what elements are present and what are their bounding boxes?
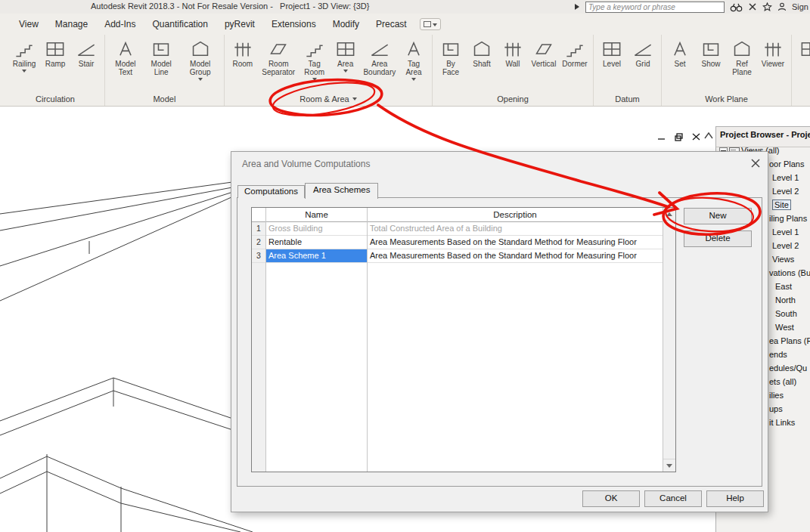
button-viewer[interactable]: Viewer: [758, 38, 788, 68]
tab-manage[interactable]: Manage: [47, 15, 96, 33]
window-title: Autodesk Revit 2018.3 - Not For Resale V…: [91, 2, 369, 11]
button-label: Model Line: [145, 60, 178, 76]
description-cell[interactable]: Area Measurements Based on the Standard …: [368, 249, 663, 263]
exchange-apps-icon[interactable]: [748, 2, 757, 11]
group-label-work-plane: Work Plane: [662, 91, 791, 106]
tab-quantification[interactable]: Quantification: [144, 15, 216, 33]
tab-precast[interactable]: Precast: [368, 15, 415, 33]
area-boundary-icon: [368, 39, 391, 59]
button-ref-plane[interactable]: Ref Plane: [727, 38, 757, 76]
ribbon: RailingRampStairCirculationModel TextMod…: [0, 35, 810, 107]
tab-pyrevit[interactable]: pyRevit: [216, 15, 263, 33]
button-room[interactable]: Room: [228, 38, 258, 68]
name-cell[interactable]: Area Scheme 1: [266, 249, 367, 263]
model-group-icon: [189, 39, 212, 59]
button-ramp[interactable]: Ramp: [40, 38, 70, 68]
group-label-circulation: Circulation: [6, 91, 104, 106]
button-level[interactable]: Level: [597, 38, 627, 68]
name-cell[interactable]: Rentable: [266, 236, 367, 249]
star-icon[interactable]: [762, 2, 772, 11]
chevron-right-icon[interactable]: [574, 3, 580, 11]
search-input[interactable]: [585, 2, 725, 13]
button-label: Vertical: [532, 60, 557, 68]
button-room-separator[interactable]: Room Separator: [259, 38, 299, 76]
close-view-icon[interactable]: [691, 132, 701, 141]
ribbon-group-work-plane: SetShowRef PlaneViewerWork Plane: [662, 35, 792, 106]
button-grid[interactable]: Grid: [628, 38, 658, 68]
button-label: Show: [701, 60, 720, 68]
tab-area-schemes[interactable]: Area Schemes: [305, 183, 378, 199]
name-cell[interactable]: Gross Building: [266, 222, 367, 236]
new-button[interactable]: New: [684, 208, 752, 224]
button-tag-room[interactable]: Tag Room: [299, 38, 330, 83]
button-area-boundary[interactable]: Area Boundary: [362, 38, 398, 76]
tab-extensions[interactable]: Extensions: [263, 15, 324, 33]
button-set[interactable]: Set: [665, 38, 695, 68]
person-icon[interactable]: [777, 2, 787, 11]
ref-plane-icon: [731, 39, 753, 59]
button-label: Room Separator: [260, 60, 297, 76]
dropdown-caret-icon: [198, 78, 203, 83]
button-vertical[interactable]: Vertical: [529, 38, 559, 68]
cancel-button[interactable]: Cancel: [644, 490, 702, 507]
button-tag-area[interactable]: Tag Area: [399, 38, 429, 83]
row-header-cell[interactable]: 1: [252, 222, 265, 236]
row-header-cell[interactable]: 2: [252, 236, 265, 249]
tab-modify[interactable]: Modify: [324, 15, 368, 33]
vertical-icon: [532, 39, 555, 59]
delete-button[interactable]: Delete: [684, 230, 752, 247]
ribbon-tab-row: ViewManageAdd-InsQuantificationpyRevitEx…: [0, 14, 810, 35]
panel-icon: [424, 21, 431, 27]
group-label-room-area[interactable]: Room & Area: [225, 91, 432, 106]
description-cell[interactable]: Total Constructed Area of a Building: [368, 222, 663, 236]
tree-item-label: ilies: [769, 391, 784, 400]
sign-in-label[interactable]: Sign: [792, 2, 808, 11]
scrollbar-up-arrow[interactable]: [703, 131, 715, 141]
panel-dropdown-icon: [352, 97, 357, 103]
button-by-face[interactable]: By Face: [436, 38, 466, 76]
group-label-text: Room & Area: [299, 94, 349, 104]
tree-item-label: ups: [769, 404, 783, 413]
room-separator-icon: [267, 39, 290, 59]
tab-add-ins[interactable]: Add-Ins: [96, 15, 144, 33]
partial-button[interactable]: [795, 38, 810, 59]
button-label: Viewer: [762, 60, 784, 68]
button-dormer[interactable]: Dormer: [560, 38, 590, 68]
minimize-icon[interactable]: [656, 132, 666, 141]
button-show[interactable]: Show: [696, 38, 726, 68]
shaft-icon: [470, 39, 493, 59]
button-railing[interactable]: Railing: [9, 38, 39, 75]
tree-item-label: Level 1: [772, 227, 799, 237]
button-model-group[interactable]: Model Group: [180, 38, 221, 83]
dialog-close-icon[interactable]: [750, 158, 761, 169]
button-stair[interactable]: Stair: [71, 38, 101, 68]
button-wall[interactable]: Wall: [498, 38, 528, 68]
scroll-down-icon[interactable]: [663, 459, 675, 472]
tab-computations[interactable]: Computations: [237, 185, 305, 198]
ribbon-display-toggle[interactable]: [420, 18, 441, 30]
tree-item-label: Site: [772, 200, 791, 210]
button-label: Tag Room: [301, 60, 328, 76]
ok-button[interactable]: OK: [582, 490, 640, 507]
description-cell[interactable]: Area Measurements Based on the Standard …: [368, 236, 663, 249]
row-header-cell[interactable]: 3: [252, 249, 265, 263]
tree-item-label: it Links: [769, 418, 795, 427]
tab-view[interactable]: View: [11, 15, 47, 33]
ribbon-group-room-area: RoomRoom SeparatorTag RoomAreaArea Bound…: [225, 35, 433, 106]
scroll-up-icon[interactable]: [663, 208, 675, 221]
binoculars-icon[interactable]: [730, 2, 743, 12]
button-model-text[interactable]: Model Text: [108, 38, 143, 76]
tree-item-label: ets (all): [769, 377, 796, 386]
group-label-opening: Opening: [433, 91, 593, 106]
button-model-line[interactable]: Model Line: [144, 38, 179, 76]
button-label: Stair: [79, 60, 95, 68]
button-label: Grid: [636, 60, 650, 68]
table-scrollbar[interactable]: [663, 208, 675, 472]
tree-item-label: Level 2: [772, 241, 799, 250]
button-area[interactable]: Area: [331, 38, 361, 75]
tree-item-label: North: [775, 295, 796, 305]
restore-icon[interactable]: [674, 132, 684, 141]
button-shaft[interactable]: Shaft: [467, 38, 497, 68]
help-button[interactable]: Help: [706, 490, 764, 507]
button-label: Shaft: [473, 60, 490, 68]
